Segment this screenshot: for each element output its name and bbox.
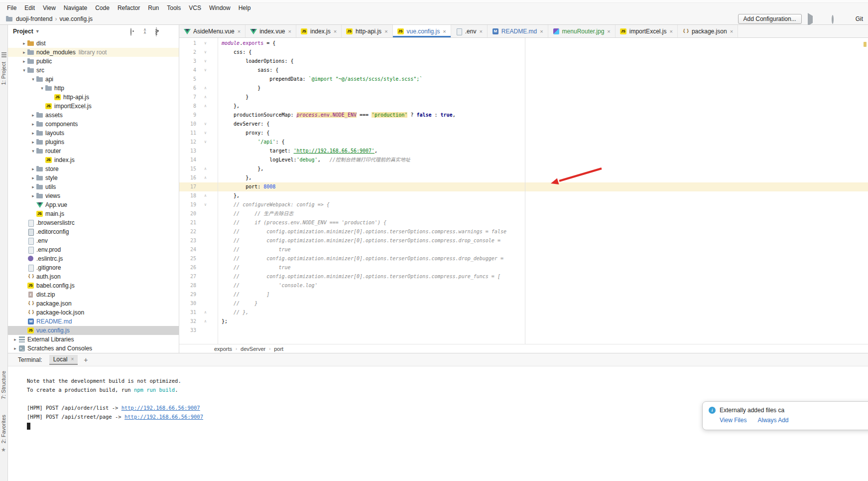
line-number[interactable]: 21 [179,218,196,227]
fold-marker-icon[interactable]: ∧ [196,164,218,173]
code-line-25[interactable]: 25 // config.optimization.minimizer[0].o… [179,254,868,263]
project-panel-title[interactable]: Project [13,28,33,35]
editor-tab-importexcel-js[interactable]: importExcel.js× [616,25,678,37]
code-line-21[interactable]: 21 // if (process.env.NODE_ENV === 'prod… [179,218,868,227]
editor-tab-vue-config-js[interactable]: vue.config.js× [393,25,451,37]
line-number[interactable]: 17 [179,182,196,191]
fold-marker-icon[interactable]: ∨ [196,120,218,129]
tree-row-assets[interactable]: ▸assets [8,111,179,120]
close-icon[interactable]: × [479,28,482,34]
close-icon[interactable]: × [71,356,74,362]
toolwindow-button-structure[interactable]: 7: Structure [0,371,7,399]
tree-row-browserslistrc[interactable]: .browserslistrc [8,218,179,227]
collapse-all-icon[interactable] [143,28,149,34]
fold-marker-icon[interactable]: ∧ [196,191,218,200]
code-line-6[interactable]: 6∧ } [179,84,868,93]
code-editor[interactable]: 1∨module.exports = {2∨ css: {3∨ loaderOp… [179,38,868,344]
tree-row-views[interactable]: ▸views [8,191,179,200]
menu-run[interactable]: Run [144,3,163,13]
menu-tools[interactable]: Tools [163,3,185,13]
line-number[interactable]: 29 [179,290,196,299]
menu-view[interactable]: View [39,3,60,13]
line-number[interactable]: 33 [179,326,196,335]
line-number[interactable]: 10 [179,120,196,129]
breadcrumb-project[interactable]: duoji-frontend [16,15,52,22]
code-line-7[interactable]: 7∧ } [179,93,868,102]
fold-marker-icon[interactable]: ∧ [196,93,218,102]
chevron-right-icon[interactable]: ▸ [30,191,36,200]
chevron-right-icon[interactable]: ▸ [30,182,36,191]
line-number[interactable]: 28 [179,281,196,290]
code-line-1[interactable]: 1∨module.exports = { [179,39,868,48]
tree-row-package-json[interactable]: package.json [8,299,179,308]
tree-row-env[interactable]: .env [8,236,179,245]
chevron-right-icon[interactable]: ▸ [12,344,18,353]
editor-tab-index-js[interactable]: index.js× [296,25,342,37]
code-line-23[interactable]: 23 // config.optimization.minimizer[0].o… [179,236,868,245]
terminal-tab-local[interactable]: Local × [49,355,78,365]
fold-marker-icon[interactable]: ∨ [196,200,218,209]
chevron-down-icon[interactable]: ▾ [30,147,36,156]
chevron-right-icon[interactable]: ▸ [21,39,27,48]
code-line-15[interactable]: 15∧ }, [179,164,868,173]
stop-button[interactable] [844,16,850,22]
code-line-18[interactable]: 18∧ }, [179,191,868,200]
hide-panel-icon[interactable] [168,28,174,34]
terminal-link[interactable]: http://192.168.66.56:9007 [124,414,203,420]
close-icon[interactable]: × [669,28,672,34]
code-line-30[interactable]: 30 // } [179,299,868,308]
tree-row-editorconfig[interactable]: .editorconfig [8,227,179,236]
line-number[interactable]: 19 [179,200,196,209]
code-line-28[interactable]: 28 // 'console.log' [179,281,868,290]
tree-row-app-vue[interactable]: App.vue [8,200,179,209]
tree-row-src[interactable]: ▾src [8,66,179,75]
favorites-star-icon[interactable]: ★ [1,447,6,453]
editor-tab-http-api-js[interactable]: http-api.js× [342,25,392,37]
line-number[interactable]: 23 [179,236,196,245]
chevron-right-icon[interactable]: ▸ [30,138,36,147]
tree-row-external-libraries[interactable]: ▸External Libraries [8,335,179,344]
line-number[interactable]: 8 [179,102,196,111]
toolwindow-button-project[interactable]: 1: Project [0,62,7,85]
fold-marker-icon[interactable]: ∧ [196,102,218,111]
breadcrumb-file[interactable]: vue.config.js [59,15,93,22]
code-line-14[interactable]: 14 logLevel:'debug', //控制台终端打印代理前的真实地址 [179,156,868,164]
fold-marker-icon[interactable]: ∧ [196,173,218,182]
code-line-12[interactable]: 12∨ '/api': { [179,138,868,147]
line-number[interactable]: 26 [179,263,196,272]
fold-marker-icon[interactable]: ∨ [196,39,218,48]
code-line-20[interactable]: 20 // // 生产去除日志 [179,209,868,218]
tree-row-layouts[interactable]: ▸layouts [8,129,179,138]
line-number[interactable]: 18 [179,191,196,200]
menu-window[interactable]: Window [205,3,235,13]
git-widget[interactable]: Git [856,15,864,22]
tree-row-plugins[interactable]: ▸plugins [8,138,179,147]
add-configuration-button[interactable]: Add Configuration... [738,14,802,24]
menu-edit[interactable]: Edit [20,3,39,13]
line-number[interactable]: 15 [179,164,196,173]
line-number[interactable]: 12 [179,138,196,147]
code-line-4[interactable]: 4∨ sass: { [179,66,868,75]
line-number[interactable]: 7 [179,93,196,102]
code-line-16[interactable]: 16∧ }, [179,173,868,182]
tree-row-scratches-and-consoles[interactable]: ▸Scratches and Consoles [8,344,179,353]
code-line-24[interactable]: 24 // true [179,245,868,254]
line-number[interactable]: 27 [179,272,196,281]
tree-row-readme-md[interactable]: README.md [8,317,179,326]
fold-marker-icon[interactable]: ∨ [196,129,218,138]
editor-tab-asidemenu-vue[interactable]: AsideMenu.vue× [179,25,246,37]
chevron-down-icon[interactable]: ▼ [35,29,40,34]
tree-row-public[interactable]: ▸public [8,57,179,66]
tree-row-index-js[interactable]: index.js [8,156,179,164]
close-icon[interactable]: × [384,28,387,34]
close-icon[interactable]: × [443,28,446,34]
code-line-17[interactable]: 17 port: 8008 [179,182,868,191]
code-line-26[interactable]: 26 // true [179,263,868,272]
chevron-right-icon[interactable]: ▸ [30,164,36,173]
tree-row-package-lock-json[interactable]: package-lock.json [8,308,179,317]
code-line-2[interactable]: 2∨ css: { [179,48,868,57]
tree-row-store[interactable]: ▸store [8,164,179,173]
fold-marker-icon[interactable]: ∨ [196,138,218,147]
fold-marker-icon[interactable]: ∨ [196,57,218,66]
tree-row-http[interactable]: ▾http [8,84,179,93]
